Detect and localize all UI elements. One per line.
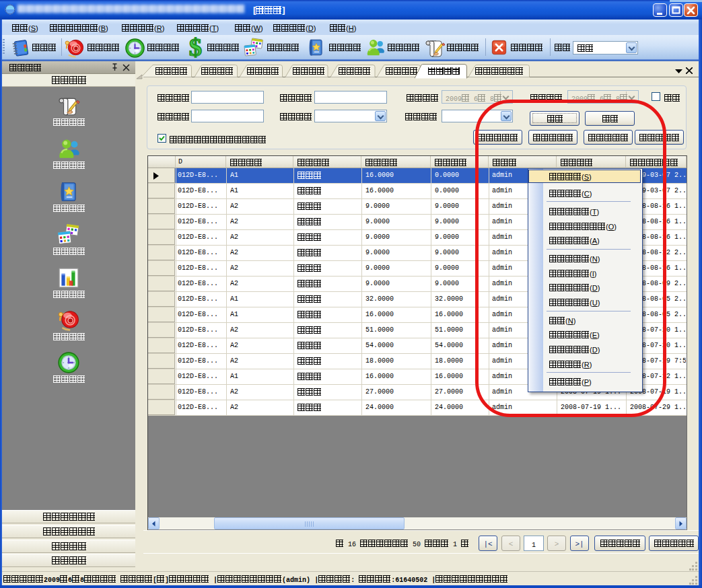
svg-text:$: $ [189,37,202,58]
